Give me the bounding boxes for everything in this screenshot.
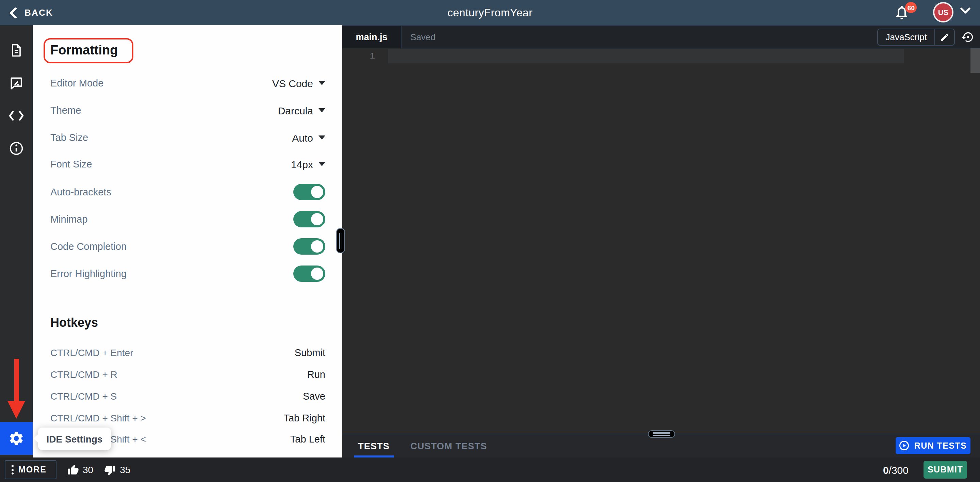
tests-panel: TESTS CUSTOM TESTS RUN TESTS	[342, 434, 980, 458]
setting-row-editor-mode: Editor Mode VS Code	[50, 76, 325, 91]
tooltip-arrow	[33, 434, 39, 443]
caret-down-icon	[318, 108, 325, 112]
sidebar-item-code[interactable]	[8, 108, 24, 124]
custom-tests-tab-label: CUSTOM TESTS	[410, 441, 487, 451]
sidebar-item-info[interactable]	[8, 140, 24, 157]
task-title: centuryFromYear	[0, 0, 980, 25]
ide-settings-panel: Formatting Editor Mode VS Code Theme Dar…	[33, 25, 342, 458]
minimap-toggle[interactable]	[293, 211, 325, 227]
bottom-bar: MORE 30 35 0/300 SUBMIT	[0, 458, 980, 482]
editor-scrollbar[interactable]	[970, 48, 980, 73]
edit-language-button[interactable]	[934, 29, 954, 46]
setting-row-auto-brackets: Auto-brackets	[50, 184, 325, 200]
run-tests-button[interactable]: RUN TESTS	[896, 437, 970, 454]
upvote-count: 30	[83, 464, 93, 475]
code-brackets-icon	[8, 110, 24, 122]
hotkey-action: Run	[307, 369, 325, 380]
save-status: Saved	[410, 26, 436, 48]
tab-tests[interactable]: TESTS	[358, 434, 390, 458]
current-line-highlight[interactable]	[388, 49, 904, 63]
setting-row-font-size: Font Size 14px	[50, 157, 325, 172]
hotkey-row-submit: CTRL/CMD + Enter Submit	[50, 345, 325, 360]
thumbs-down-icon	[104, 464, 116, 476]
theme-value: Darcula	[278, 105, 313, 116]
auto-brackets-label: Auto-brackets	[50, 186, 111, 197]
sidebar-item-feedback[interactable]	[8, 75, 24, 91]
toggle-knob	[311, 267, 323, 280]
score-current: 0	[883, 464, 889, 476]
font-size-dropdown[interactable]: 14px	[291, 158, 325, 170]
code-completion-label: Code Completion	[50, 241, 127, 252]
score-total: /300	[889, 464, 908, 476]
avatar[interactable]: US	[933, 2, 953, 22]
thumbs-up-icon	[67, 464, 79, 476]
app-window: BACK centuryFromYear 60 US	[0, 0, 980, 482]
code-completion-toggle[interactable]	[293, 238, 325, 255]
hotkey-keys: CTRL/CMD + R	[50, 369, 118, 380]
editor-mode-dropdown[interactable]: VS Code	[272, 77, 325, 89]
horizontal-resize-handle[interactable]	[648, 430, 675, 438]
run-tests-label: RUN TESTS	[914, 441, 967, 450]
top-bar: BACK centuryFromYear 60 US	[0, 0, 980, 25]
language-selector: JavaScript	[878, 29, 955, 46]
left-sidebar	[0, 25, 33, 458]
language-label[interactable]: JavaScript	[878, 32, 934, 42]
play-circle-icon	[899, 441, 910, 451]
auto-brackets-toggle[interactable]	[293, 184, 325, 200]
more-label: MORE	[18, 465, 47, 474]
downvote-count: 35	[120, 464, 130, 475]
chevron-down-icon[interactable]	[960, 8, 970, 14]
vertical-resize-handle[interactable]	[336, 228, 345, 253]
toggle-knob	[311, 240, 323, 253]
hotkey-keys: CTRL/CMD + Enter	[50, 347, 134, 358]
setting-row-tab-size: Tab Size Auto	[50, 130, 325, 145]
tab-main-js[interactable]: main.js	[342, 26, 401, 48]
hotkey-keys: CTRL/CMD + S	[50, 391, 117, 402]
tab-custom-tests[interactable]: CUSTOM TESTS	[410, 434, 487, 458]
error-highlighting-toggle[interactable]	[293, 266, 325, 282]
hotkeys-heading: Hotkeys	[50, 316, 98, 330]
code-editor-region: main.js Saved JavaScript 1	[342, 25, 980, 434]
minimap-label: Minimap	[50, 214, 88, 225]
hotkey-row-tab-right: CTRL/CMD + Shift + > Tab Right	[50, 410, 325, 425]
toggle-knob	[311, 213, 323, 225]
toggle-knob	[311, 186, 323, 198]
downvote-button[interactable]: 35	[104, 464, 130, 476]
more-button[interactable]: MORE	[5, 460, 56, 479]
hotkey-row-run: CTRL/CMD + R Run	[50, 367, 325, 382]
tab-size-value: Auto	[292, 132, 313, 143]
submit-button[interactable]: SUBMIT	[924, 461, 967, 479]
caret-down-icon	[318, 135, 325, 140]
caret-down-icon	[318, 81, 325, 85]
ide-settings-tooltip: IDE Settings	[38, 428, 111, 450]
tooltip-text: IDE Settings	[47, 433, 103, 444]
theme-dropdown[interactable]: Darcula	[278, 105, 325, 116]
sidebar-item-ide-settings[interactable]	[0, 422, 33, 455]
setting-row-minimap: Minimap	[50, 211, 325, 227]
font-size-label: Font Size	[50, 159, 92, 170]
restore-icon	[962, 31, 975, 44]
reset-code-button[interactable]	[962, 31, 975, 44]
editor-tab-bar: main.js Saved JavaScript	[342, 26, 980, 48]
editor-mode-value: VS Code	[272, 77, 313, 89]
hotkey-action: Save	[303, 391, 325, 402]
hotkey-keys: CTRL/CMD + Shift + >	[50, 412, 146, 423]
notifications-button[interactable]: 60	[894, 4, 911, 22]
notification-count-badge: 60	[905, 2, 917, 13]
code-area[interactable]: 1	[342, 48, 980, 434]
editor-mode-label: Editor Mode	[50, 78, 103, 89]
hotkey-row-save: CTRL/CMD + S Save	[50, 389, 325, 404]
document-icon	[9, 43, 24, 58]
tab-size-dropdown[interactable]: Auto	[292, 132, 325, 143]
tab-label: main.js	[356, 32, 387, 42]
upvote-button[interactable]: 30	[67, 464, 93, 476]
hotkey-action: Tab Left	[290, 434, 325, 445]
line-number: 1	[342, 49, 375, 63]
score-indicator: 0/300	[883, 464, 908, 476]
sidebar-item-description[interactable]	[8, 42, 24, 59]
tests-tab-label: TESTS	[358, 441, 390, 451]
caret-down-icon	[318, 162, 325, 166]
kebab-menu-icon	[11, 465, 14, 474]
theme-label: Theme	[50, 105, 81, 116]
pencil-icon	[940, 32, 950, 42]
